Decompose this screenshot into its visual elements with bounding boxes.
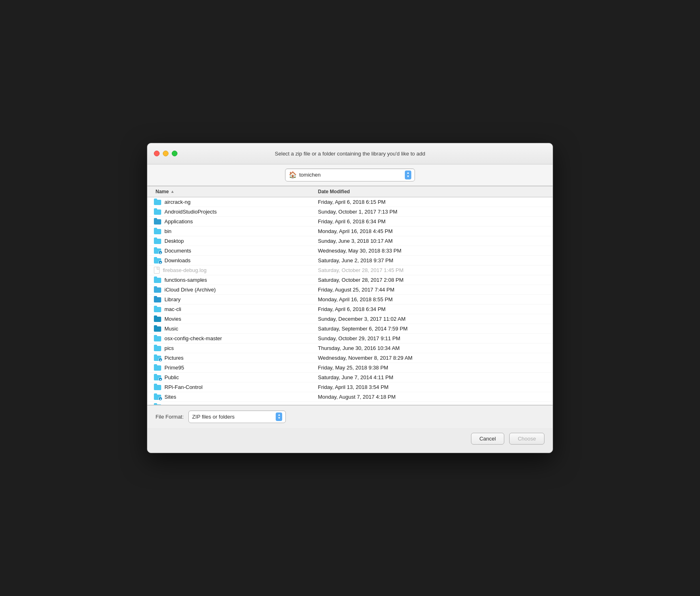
file-name: Downloads: [164, 257, 190, 263]
list-item[interactable]: ● PicturesWednesday, November 8, 2017 8:…: [147, 353, 553, 363]
list-item[interactable]: mac-cliFriday, April 6, 2018 6:34 PM: [147, 304, 553, 314]
list-item[interactable]: functions-samplesSaturday, October 28, 2…: [147, 275, 553, 285]
list-item[interactable]: picsThursday, June 30, 2016 10:34 AM: [147, 343, 553, 353]
file-name: aircrack-ng: [164, 199, 190, 205]
file-date-cell: Saturday, October 28, 2017 2:08 PM: [318, 277, 553, 283]
file-name: functions-samples: [164, 277, 207, 283]
format-dropdown-arrow[interactable]: ▲ ▼: [276, 412, 282, 421]
file-date-cell: Monday, April 16, 2018 8:55 PM: [318, 296, 553, 302]
list-item[interactable]: Prime95Friday, May 25, 2018 9:38 PM: [147, 363, 553, 373]
format-dropdown[interactable]: ZIP files or folders ▲ ▼: [188, 410, 286, 423]
titlebar: Select a zip file or a folder containing…: [147, 143, 553, 164]
file-picker-window: Select a zip file or a folder containing…: [147, 143, 553, 453]
file-name: pics: [164, 345, 174, 351]
list-item[interactable]: DesktopSunday, June 3, 2018 10:17 AM: [147, 236, 553, 246]
name-column-label: Name: [156, 189, 169, 194]
file-date-cell: Friday, August 25, 2017 7:44 PM: [318, 287, 553, 293]
file-date-cell: Friday, April 13, 2018 3:54 PM: [318, 384, 553, 390]
list-item[interactable]: MusicSaturday, September 6, 2014 7:59 PM: [147, 324, 553, 334]
list-item[interactable]: ● DownloadsSaturday, June 2, 2018 9:37 P…: [147, 256, 553, 266]
list-item[interactable]: ● PublicSaturday, June 7, 2014 4:11 PM: [147, 373, 553, 382]
file-name: RPi-Fan-Control: [164, 384, 203, 390]
file-date-cell: Saturday, June 7, 2014 4:11 PM: [318, 374, 553, 380]
file-name: Desktop: [164, 238, 184, 244]
file-name: Library: [164, 296, 181, 302]
list-item[interactable]: ApplicationsFriday, April 6, 2018 6:34 P…: [147, 217, 553, 227]
file-date-cell: Saturday, June 2, 2018 9:37 PM: [318, 257, 553, 263]
file-name: Documents: [164, 248, 191, 254]
file-name-cell: ● Sites: [147, 393, 318, 400]
file-list: Name ▲ Date Modified aircrack-ngFriday, …: [147, 186, 553, 405]
file-date-cell: Thursday, June 30, 2016 10:34 AM: [318, 345, 553, 351]
file-name-cell: Library: [147, 296, 318, 302]
folder-icon: [154, 364, 161, 371]
file-name-cell: aircrack-ng: [147, 199, 318, 205]
location-bar[interactable]: 🏠 tomichen ▲ ▼: [285, 168, 415, 181]
file-name: mac-cli: [164, 306, 181, 312]
folder-icon: [154, 296, 161, 302]
file-date-cell: Friday, April 6, 2018 6:34 PM: [318, 306, 553, 312]
file-name-cell: bin: [147, 228, 318, 234]
folder-icon: ●: [154, 247, 161, 254]
location-dropdown[interactable]: ▲ ▼: [405, 171, 411, 179]
folder-icon: [154, 276, 161, 283]
folder-icon: [154, 325, 161, 332]
maximize-button[interactable]: [172, 151, 177, 156]
list-item[interactable]: iCloud Drive (Archive)Friday, August 25,…: [147, 285, 553, 295]
list-item[interactable]: binMonday, April 16, 2018 4:45 PM: [147, 227, 553, 236]
folder-icon: [154, 306, 161, 312]
chevron-down-icon: ▼: [277, 417, 281, 420]
file-date-cell: Wednesday, May 30, 2018 8:33 PM: [318, 248, 553, 254]
date-column-header[interactable]: Date Modified: [318, 189, 553, 194]
file-name-cell: Movies: [147, 315, 318, 322]
home-icon: 🏠: [289, 171, 297, 179]
folder-icon: [154, 286, 161, 293]
choose-button[interactable]: Choose: [509, 433, 544, 445]
list-item[interactable]: osx-config-check-masterSunday, October 2…: [147, 334, 553, 343]
list-item[interactable]: AndroidStudioProjectsSunday, October 1, …: [147, 207, 553, 217]
list-item[interactable]: MoviesSunday, December 3, 2017 11:02 AM: [147, 314, 553, 324]
folder-icon: [154, 335, 161, 341]
file-rows-container: aircrack-ngFriday, April 6, 2018 6:15 PM…: [147, 197, 553, 405]
file-date-cell: Sunday, October 29, 2017 9:11 PM: [318, 335, 553, 341]
file-name-cell: Desktop: [147, 238, 318, 244]
minimize-button[interactable]: [163, 151, 169, 156]
cancel-button[interactable]: Cancel: [471, 433, 504, 445]
file-name-cell: mac-cli: [147, 306, 318, 312]
close-button[interactable]: [154, 151, 160, 156]
file-name-cell: ● Pictures: [147, 354, 318, 361]
folder-icon: ●: [154, 257, 161, 263]
format-label: File Format:: [156, 414, 184, 420]
location-text: tomichen: [299, 172, 401, 178]
window-title: Select a zip file or a folder containing…: [275, 151, 425, 157]
file-name: firebase-debug.log: [163, 267, 207, 273]
folder-icon: [154, 345, 161, 351]
folder-icon: [154, 208, 161, 215]
list-item[interactable]: ● SitesMonday, August 7, 2017 4:18 PM: [147, 392, 553, 402]
file-name-cell: RPi-Fan-Control: [147, 384, 318, 390]
file-date-cell: Saturday, September 6, 2014 7:59 PM: [318, 326, 553, 332]
list-item[interactable]: RPi-Fan-ControlFriday, April 13, 2018 3:…: [147, 382, 553, 392]
file-name: bin: [164, 228, 171, 234]
list-item[interactable]: usbkill-masterMonday, December 25, 2017 …: [147, 402, 553, 405]
folder-icon: [154, 238, 161, 244]
list-item[interactable]: ● DocumentsWednesday, May 30, 2018 8:33 …: [147, 246, 553, 256]
file-name-cell: Prime95: [147, 364, 318, 371]
file-date-cell: Sunday, October 1, 2017 7:13 PM: [318, 209, 553, 215]
list-item[interactable]: aircrack-ngFriday, April 6, 2018 6:15 PM: [147, 197, 553, 207]
file-name: Sites: [164, 394, 176, 400]
file-name: Applications: [164, 218, 193, 225]
file-name-cell: ● Downloads: [147, 257, 318, 263]
folder-icon: [154, 384, 161, 390]
file-date-cell: Friday, April 6, 2018 6:15 PM: [318, 199, 553, 205]
name-column-header[interactable]: Name ▲: [147, 189, 318, 194]
file-name-cell: firebase-debug.log: [147, 267, 318, 274]
file-name: Music: [164, 326, 178, 332]
list-item[interactable]: LibraryMonday, April 16, 2018 8:55 PM: [147, 295, 553, 304]
folder-icon: ●: [154, 374, 161, 380]
file-name-cell: pics: [147, 345, 318, 351]
button-bar: Cancel Choose: [147, 428, 553, 453]
list-item[interactable]: firebase-debug.logSaturday, October 28, …: [147, 266, 553, 275]
file-name: iCloud Drive (Archive): [164, 287, 216, 293]
folder-icon: ●: [154, 393, 161, 400]
